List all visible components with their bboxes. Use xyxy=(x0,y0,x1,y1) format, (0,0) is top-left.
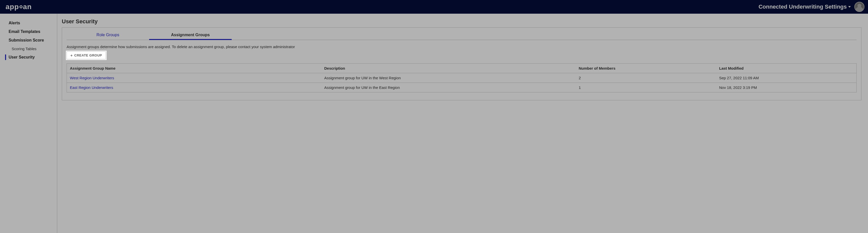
app-header: appan Connected Underwriting Settings xyxy=(0,0,868,14)
group-link[interactable]: West Region Underwriters xyxy=(70,76,114,80)
tab-label: Assignment Groups xyxy=(171,33,210,37)
group-link[interactable]: East Region Underwriters xyxy=(70,85,113,90)
avatar[interactable] xyxy=(854,2,864,12)
sidebar-item-submission-score[interactable]: Submission Score xyxy=(0,36,57,45)
group-modified: Sep 27, 2022 11:09 AM xyxy=(716,73,857,83)
tab-label: Role Groups xyxy=(96,33,119,37)
group-members: 1 xyxy=(576,83,716,92)
sidebar-item-label: Scoring Tables xyxy=(12,47,36,51)
main-layout: Alerts Email Templates Submission Score … xyxy=(0,14,868,233)
site-dropdown-label: Connected Underwriting Settings xyxy=(758,4,847,10)
group-desc: Assignment group for UW in the East Regi… xyxy=(321,83,576,92)
plus-icon: + xyxy=(70,53,73,57)
table-row: East Region Underwriters Assignment grou… xyxy=(67,83,857,92)
table-header: Description xyxy=(321,64,576,73)
card: Role Groups Assignment Groups Assignment… xyxy=(62,27,861,100)
logo-ring-icon xyxy=(20,5,23,8)
table-header: Assignment Group Name xyxy=(67,64,321,73)
group-desc: Assignment group for UW in the West Regi… xyxy=(321,73,576,83)
sidebar-item-label: Alerts xyxy=(9,21,20,25)
group-members: 2 xyxy=(576,73,716,83)
sidebar-item-scoring-tables[interactable]: Scoring Tables xyxy=(0,45,57,53)
sidebar-item-alerts[interactable]: Alerts xyxy=(0,19,57,27)
create-group-label: CREATE GROUP xyxy=(74,53,102,57)
tab-role-groups[interactable]: Role Groups xyxy=(67,30,149,40)
logo-text-b: an xyxy=(23,3,32,11)
table-header: Last Modified xyxy=(716,64,857,73)
site-dropdown[interactable]: Connected Underwriting Settings xyxy=(758,4,851,10)
assignment-groups-table: Assignment Group Name Description Number… xyxy=(67,63,857,92)
table-row: West Region Underwriters Assignment grou… xyxy=(67,73,857,83)
logo[interactable]: appan xyxy=(6,3,32,11)
sidebar-item-label: Submission Score xyxy=(9,38,44,42)
create-group-button[interactable]: + CREATE GROUP xyxy=(67,51,106,59)
logo-text-a: app xyxy=(6,3,19,11)
table-header: Number of Members xyxy=(576,64,716,73)
chevron-down-icon xyxy=(848,6,851,8)
sidebar-item-user-security[interactable]: User Security xyxy=(0,53,57,62)
header-right: Connected Underwriting Settings xyxy=(758,2,864,12)
sidebar: Alerts Email Templates Submission Score … xyxy=(0,14,57,233)
content-area: User Security Role Groups Assignment Gro… xyxy=(57,14,868,233)
tab-description: Assignment groups determine how submissi… xyxy=(67,45,857,49)
page-title: User Security xyxy=(62,18,861,25)
sidebar-item-email-templates[interactable]: Email Templates xyxy=(0,27,57,36)
tab-assignment-groups[interactable]: Assignment Groups xyxy=(149,30,232,40)
table-header-row: Assignment Group Name Description Number… xyxy=(67,64,857,73)
group-modified: Nov 18, 2022 3:19 PM xyxy=(716,83,857,92)
sidebar-item-label: Email Templates xyxy=(9,29,40,34)
tabs: Role Groups Assignment Groups xyxy=(67,30,857,40)
sidebar-item-label: User Security xyxy=(9,55,35,59)
